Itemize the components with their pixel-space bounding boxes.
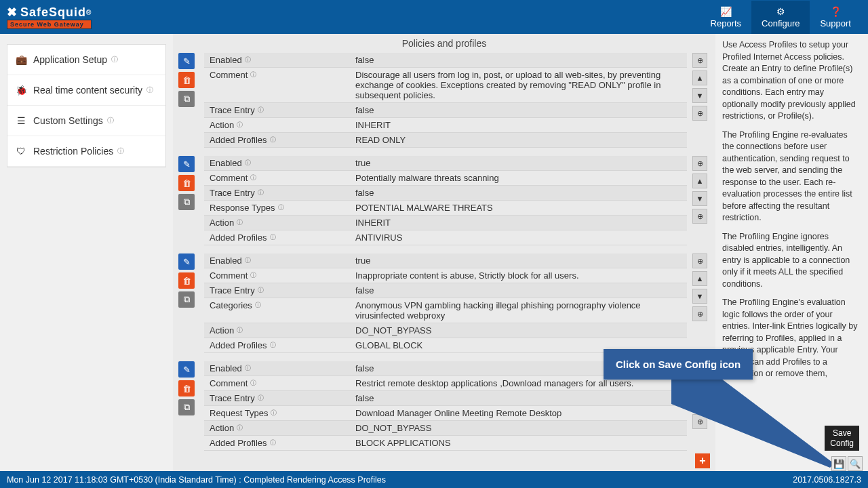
logo: ✖ SafeSquid ® Secure Web Gateway <box>7 5 92 29</box>
move-up-button[interactable]: ▲ <box>692 174 707 188</box>
panel-row: CommentⓘInappropriate content is abuse, … <box>204 268 687 283</box>
info-icon[interactable]: ⓘ <box>258 394 264 403</box>
info-icon[interactable]: ⓘ <box>270 136 276 144</box>
row-label: Response Typesⓘ <box>204 201 350 215</box>
panel-row: Trace Entryⓘfalse <box>204 103 687 118</box>
move-top-button[interactable]: ⊕ <box>692 156 707 171</box>
info-icon[interactable]: ⓘ <box>237 218 243 227</box>
footer-version: 2017.0506.1827.3 <box>793 475 861 485</box>
page-title: Policies and profiles <box>173 34 715 53</box>
info-icon[interactable]: ⓘ <box>270 439 276 447</box>
info-icon[interactable]: ⓘ <box>245 256 251 265</box>
panel-actions: ✎🗑⧉ <box>178 156 199 245</box>
info-icon[interactable]: ⓘ <box>245 56 251 64</box>
row-label: Commentⓘ <box>204 68 350 82</box>
move-top-button[interactable]: ⊕ <box>692 253 707 268</box>
move-top-button[interactable]: ⊕ <box>692 53 707 68</box>
row-label: Actionⓘ <box>204 323 350 338</box>
row-value: Download Manager Online Meeting Remote D… <box>350 406 687 420</box>
move-bottom-button[interactable]: ⊕ <box>692 209 707 224</box>
row-value: ANTIVIRUS <box>350 230 687 245</box>
row-label: Trace Entryⓘ <box>204 186 350 200</box>
info-icon: ⓘ <box>146 85 153 95</box>
move-up-button[interactable]: ▲ <box>692 70 707 85</box>
info-icon[interactable]: ⓘ <box>258 106 264 115</box>
copy-button[interactable]: ⧉ <box>178 194 195 210</box>
row-value: false <box>350 186 687 200</box>
row-value: Inappropriate content is abuse, Strictly… <box>350 268 687 283</box>
move-bottom-button[interactable]: ⊕ <box>692 306 707 321</box>
row-label: Enabledⓘ <box>204 156 350 170</box>
header-nav: 📈 Reports ⚙ Configure ❓ Support <box>701 1 861 34</box>
info-icon[interactable]: ⓘ <box>237 121 243 129</box>
panel-row: Enabledⓘfalse <box>204 53 687 68</box>
help-paragraph: The Profiling Engine ignores disabled en… <box>722 231 861 291</box>
header: ✖ SafeSquid ® Secure Web Gateway 📈 Repor… <box>0 0 868 34</box>
info-icon[interactable]: ⓘ <box>245 159 251 167</box>
sidebar-item-realtime-security[interactable]: 🐞 Real time content security ⓘ <box>7 75 165 106</box>
save-config-button[interactable]: 💾 <box>831 456 846 471</box>
edit-button[interactable]: ✎ <box>178 156 195 172</box>
sidebar-item-custom-settings[interactable]: ☰ Custom Settings ⓘ <box>7 106 165 136</box>
briefcase-icon: 💼 <box>16 54 26 65</box>
help-icon: ❓ <box>820 6 851 17</box>
logo-text: SafeSquid <box>20 5 86 20</box>
info-icon[interactable]: ⓘ <box>250 174 256 182</box>
panel-row: Trace Entryⓘfalse <box>204 186 687 201</box>
callout-arrow-icon <box>665 377 841 472</box>
info-icon[interactable]: ⓘ <box>258 188 264 197</box>
row-value: INHERIT <box>350 216 687 230</box>
sidebar-item-restriction-policies[interactable]: 🛡 Restriction Policies ⓘ <box>7 136 165 167</box>
info-icon[interactable]: ⓘ <box>250 70 256 79</box>
info-icon[interactable]: ⓘ <box>278 203 284 212</box>
info-icon[interactable]: ⓘ <box>258 286 264 295</box>
copy-button[interactable]: ⧉ <box>178 91 195 107</box>
move-down-button[interactable]: ▼ <box>692 191 707 206</box>
search-button[interactable]: 🔍 <box>848 456 863 471</box>
panel-row: Response TypesⓘPOTENTIAL MALWARE THREATS <box>204 201 687 216</box>
info-icon[interactable]: ⓘ <box>237 326 243 335</box>
row-label: Added Profilesⓘ <box>204 133 350 147</box>
info-icon[interactable]: ⓘ <box>270 341 276 350</box>
row-label: Actionⓘ <box>204 421 350 435</box>
info-icon[interactable]: ⓘ <box>271 409 277 418</box>
move-up-button[interactable]: ▲ <box>692 271 707 286</box>
row-value: BLOCK APPLICATIONS <box>350 436 687 450</box>
panel-row: CommentⓘDiscourage all users from log in… <box>204 68 687 103</box>
svg-marker-0 <box>671 377 834 468</box>
info-icon[interactable]: ⓘ <box>237 424 243 432</box>
move-down-button[interactable]: ▼ <box>692 88 707 103</box>
panel-row: CategoriesⓘAnonymous VPN gambling hackin… <box>204 298 687 323</box>
info-icon[interactable]: ⓘ <box>245 364 251 373</box>
nav-support[interactable]: ❓ Support <box>810 1 861 34</box>
row-label: Added Profilesⓘ <box>204 338 350 352</box>
row-value: DO_NOT_BYPASS <box>350 421 687 435</box>
panel-row: ActionⓘDO_NOT_BYPASS <box>204 421 687 436</box>
delete-button[interactable]: 🗑 <box>178 175 195 191</box>
logo-icon: ✖ <box>7 5 18 20</box>
row-value: false <box>350 53 687 67</box>
edit-button[interactable]: ✎ <box>178 253 195 270</box>
delete-button[interactable]: 🗑 <box>178 72 195 88</box>
move-down-button[interactable]: ▼ <box>692 289 707 304</box>
info-icon[interactable]: ⓘ <box>250 271 256 280</box>
info-icon[interactable]: ⓘ <box>250 379 256 388</box>
edit-button[interactable]: ✎ <box>178 361 195 378</box>
move-bottom-button[interactable]: ⊕ <box>692 106 707 121</box>
edit-button[interactable]: ✎ <box>178 53 195 69</box>
sidebar-item-application-setup[interactable]: 💼 Application Setup ⓘ <box>7 45 165 75</box>
nav-reports[interactable]: 📈 Reports <box>701 1 752 34</box>
delete-button[interactable]: 🗑 <box>178 380 195 396</box>
help-paragraph: Use Access Profiles to setup your Profil… <box>722 39 861 123</box>
info-icon[interactable]: ⓘ <box>270 233 276 242</box>
panel-body: EnabledⓘtrueCommentⓘInappropriate conten… <box>204 253 687 353</box>
delete-button[interactable]: 🗑 <box>178 272 195 289</box>
info-icon[interactable]: ⓘ <box>255 301 261 310</box>
nav-configure[interactable]: ⚙ Configure <box>751 1 810 34</box>
copy-button[interactable]: ⧉ <box>178 291 195 308</box>
row-label: Actionⓘ <box>204 118 350 132</box>
row-label: Commentⓘ <box>204 376 350 390</box>
panel-row: Added ProfilesⓘANTIVIRUS <box>204 230 687 245</box>
row-label: Added Profilesⓘ <box>204 436 350 450</box>
copy-button[interactable]: ⧉ <box>178 399 195 415</box>
